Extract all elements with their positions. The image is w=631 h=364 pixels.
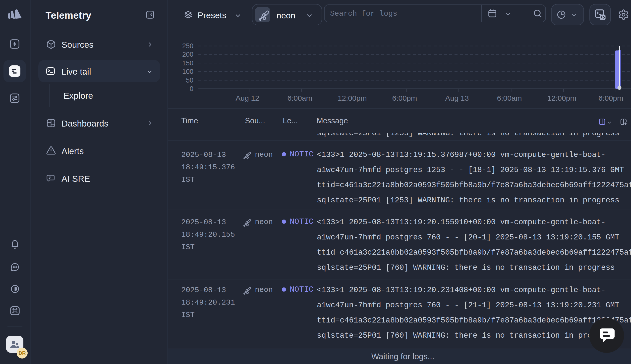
svg-text:6:00am: 6:00am <box>497 94 522 102</box>
svg-text:Aug 12: Aug 12 <box>235 94 259 102</box>
svg-text:50: 50 <box>186 76 193 84</box>
svg-text:6:00am: 6:00am <box>287 94 312 102</box>
svg-text:Aug 13: Aug 13 <box>445 94 469 102</box>
svg-text:100: 100 <box>182 68 193 75</box>
svg-text:150: 150 <box>182 60 193 67</box>
svg-text:0: 0 <box>190 85 193 92</box>
svg-text:12:00pm: 12:00pm <box>547 94 576 102</box>
svg-text:12:00pm: 12:00pm <box>338 94 367 102</box>
svg-text:250: 250 <box>182 42 193 50</box>
svg-text:6:00pm: 6:00pm <box>392 94 417 102</box>
svg-text:6:00pm: 6:00pm <box>598 94 623 102</box>
svg-text:200: 200 <box>182 51 193 58</box>
